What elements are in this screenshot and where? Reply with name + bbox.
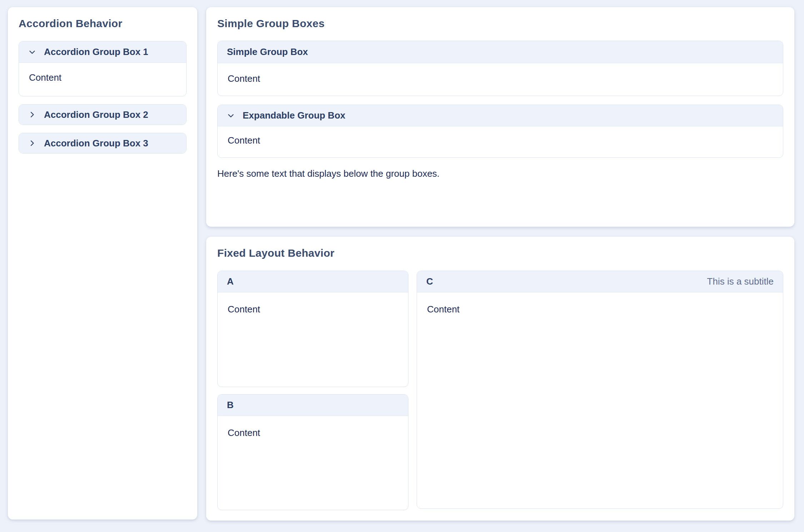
expandable-group-box-header[interactable]: Expandable Group Box [218, 105, 783, 126]
accordion-group-box-3-label: Accordion Group Box 3 [44, 138, 148, 149]
accordion-group-box-3-header[interactable]: Accordion Group Box 3 [19, 133, 186, 153]
simple-group-box-label: Simple Group Box [227, 46, 308, 57]
accordion-group-box-1: Accordion Group Box 1 Content [19, 41, 187, 96]
simple-group-box-content: Content [218, 63, 783, 96]
chevron-right-icon [28, 111, 36, 119]
below-boxes-text: Here's some text that displays below the… [217, 168, 783, 179]
fixed-layout-left-column: A Content B Content [217, 271, 408, 510]
accordion-group-box-2-header[interactable]: Accordion Group Box 2 [19, 105, 186, 125]
group-box-a-header: A [218, 271, 408, 292]
group-box-b-content: Content [218, 416, 408, 510]
group-box-c: C This is a subtitle Content [417, 271, 783, 509]
accordion-panel-title: Accordion Behavior [19, 16, 187, 31]
expandable-group-box: Expandable Group Box Content [217, 105, 783, 158]
simple-group-box: Simple Group Box Content [217, 41, 783, 96]
page: Accordion Behavior Accordion Group Box 1… [0, 0, 804, 532]
accordion-group-box-1-header[interactable]: Accordion Group Box 1 [19, 41, 186, 63]
group-box-c-subtitle: This is a subtitle [707, 276, 774, 287]
group-box-a: A Content [217, 271, 408, 387]
accordion-group-box-1-content: Content [19, 63, 186, 96]
fixed-layout-behavior-panel: Fixed Layout Behavior A Content B Conten… [206, 237, 794, 521]
group-box-a-content: Content [218, 292, 408, 387]
group-box-b-header: B [218, 395, 408, 416]
chevron-right-icon [28, 139, 36, 147]
fixed-layout-grid: A Content B Content C This is a subtitle [217, 271, 783, 510]
group-box-a-label: A [227, 276, 234, 287]
group-box-c-content: Content [417, 292, 783, 508]
expandable-group-box-content: Content [218, 126, 783, 157]
accordion-group-box-2: Accordion Group Box 2 [19, 104, 187, 125]
fixed-panel-title: Fixed Layout Behavior [217, 246, 783, 260]
accordion-behavior-panel: Accordion Behavior Accordion Group Box 1… [8, 7, 197, 520]
chevron-down-icon [227, 112, 235, 120]
chevron-down-icon [28, 48, 36, 56]
fixed-layout-right-column: C This is a subtitle Content [417, 271, 783, 510]
group-box-b-label: B [227, 400, 234, 411]
accordion-group-box-3: Accordion Group Box 3 [19, 133, 187, 154]
simple-group-box-header: Simple Group Box [218, 41, 783, 63]
group-box-c-header: C This is a subtitle [417, 271, 783, 292]
group-box-b: B Content [217, 394, 408, 510]
group-box-c-label: C [426, 276, 433, 287]
accordion-group-box-1-label: Accordion Group Box 1 [44, 46, 148, 57]
accordion-group-box-2-label: Accordion Group Box 2 [44, 109, 148, 120]
simple-group-boxes-panel: Simple Group Boxes Simple Group Box Cont… [206, 7, 794, 227]
expandable-group-box-label: Expandable Group Box [243, 110, 346, 121]
simple-panel-title: Simple Group Boxes [217, 16, 783, 31]
